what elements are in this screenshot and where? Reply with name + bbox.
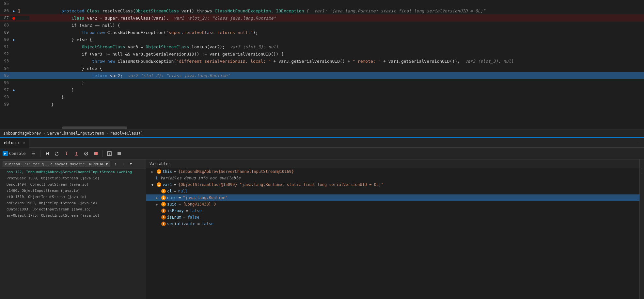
line-number-97: 97 <box>0 88 11 92</box>
breadcrumb-item-1[interactable]: InboundMsgAbbrev <box>3 131 41 136</box>
line-number-99: 99 <box>0 102 11 107</box>
svg-marker-7 <box>66 154 68 155</box>
frame-label-6: dData:1893, ObjectInputStream (java.io) <box>7 207 91 211</box>
var-item-serializable[interactable]: f serializable = false <box>146 221 639 227</box>
line-number-86: 86 <box>0 8 11 13</box>
line-gutter-89: 89 <box>0 30 29 35</box>
edge-dots: · · · <box>640 162 644 175</box>
var-item-name[interactable]: ▶ i name = "java.lang.Runtime" <box>146 194 639 201</box>
stack-frame-6[interactable]: dData:1893, ObjectInputStream (java.io) <box>0 206 146 212</box>
thread-controls: eThread: '1' for q...c.socket.Muxer"*: R… <box>0 159 146 169</box>
debug-tab-bar: eblogic ✕ — <box>0 138 644 148</box>
filter-btn[interactable] <box>128 161 134 167</box>
console-label-text: Console <box>9 151 26 156</box>
var-val-serializable: false <box>202 222 213 226</box>
line-gutter-86: 86 ◆ @ <box>0 8 29 13</box>
breadcrumb-item-3[interactable]: resolveClass() <box>110 131 143 136</box>
nav-down-btn[interactable]: ↓ <box>120 161 126 167</box>
gutter-icon-99 <box>11 102 16 107</box>
svg-rect-1 <box>48 152 49 155</box>
var-eq-isenum: = <box>183 215 185 220</box>
line-gutter-92: 92 <box>0 52 29 56</box>
frame-label-1: ProxyDesc:1589, ObjectInputStream (java.… <box>7 176 100 180</box>
thread-dropdown-arrow: ▼ <box>106 162 108 166</box>
bookmark-icon-97: ◆ <box>11 88 16 92</box>
toolbar-stepover-btn[interactable] <box>52 150 61 158</box>
debug-tab-eblogic[interactable]: eblogic ✕ <box>0 138 29 148</box>
var-item-suid[interactable]: ▶ i suid = {Long@15438} 0 <box>146 201 639 208</box>
line-number-95: 95 <box>0 73 11 78</box>
var-item-isproxy[interactable]: f isProxy = false <box>146 208 639 214</box>
var-item-this[interactable]: ▶ i this = {InboundMsgAbbrev$ServerChann… <box>146 168 639 175</box>
var-item-isenum[interactable]: f isEnum = false <box>146 214 639 221</box>
right-edge-panel: · · · <box>639 159 644 299</box>
run-icon: ▶ <box>3 151 8 156</box>
var-eq-isproxy: = <box>186 208 188 213</box>
toolbar-mute-btn[interactable] <box>82 150 91 158</box>
expand-var1[interactable]: ▼ <box>151 183 155 187</box>
nav-arrows: ↑ ↓ <box>112 161 134 167</box>
scrollbar-thumb[interactable] <box>62 126 127 129</box>
stack-frame-2[interactable]: Desc:1494, ObjectInputStream (java.io) <box>0 181 146 188</box>
horizontal-scrollbar[interactable] <box>29 126 644 129</box>
thread-label: eThread: '1' for q...c.socket.Muxer"*: R… <box>5 162 104 166</box>
toolbar-resume-btn[interactable] <box>42 150 52 158</box>
debug-tab-close[interactable]: ✕ <box>23 141 25 145</box>
toolbar-stop-btn[interactable] <box>91 150 101 158</box>
left-debug-panel: eThread: '1' for q...c.socket.Muxer"*: R… <box>0 159 146 299</box>
toolbar-stepinto-btn[interactable] <box>62 150 71 158</box>
toolbar-settings-btn[interactable] <box>115 150 124 158</box>
line-number-92: 92 <box>0 52 11 56</box>
var-icon-name: i <box>161 195 166 200</box>
debug-tab-label: eblogic <box>4 141 21 145</box>
stack-frame-3[interactable]: :1460, ObjectInputStream (java.io) <box>0 188 146 194</box>
nav-up-btn[interactable]: ↑ <box>112 161 118 167</box>
thread-dropdown[interactable]: eThread: '1' for q...c.socket.Muxer"*: R… <box>3 161 110 167</box>
toolbar-stepout-btn[interactable] <box>72 150 81 158</box>
var-eq-var1: = <box>174 182 176 187</box>
line-gutter-93: 93 <box>0 59 29 63</box>
gutter-icon-95 <box>11 73 16 78</box>
toolbar-restore-btn[interactable] <box>105 150 114 158</box>
stack-frame-4[interactable]: ct0:1310, ObjectInputStream (java.io) <box>0 194 146 200</box>
breadcrumb-item-2[interactable]: ServerChannelInputStream <box>47 131 104 136</box>
panel-minimize-btn[interactable]: — <box>636 138 643 148</box>
stack-frame-7[interactable]: aryObject:1775, ObjectInputStream (java.… <box>0 212 146 219</box>
stack-frame-0[interactable]: ass:122, InboundMsgAbbrev$ServerChannelI… <box>0 169 146 175</box>
var-eq-cl: = <box>174 189 176 193</box>
call-stack-list: ass:122, InboundMsgAbbrev$ServerChannelI… <box>0 169 146 299</box>
var-val-isproxy: false <box>190 208 202 213</box>
svg-line-13 <box>85 152 87 155</box>
expand-name[interactable]: ▶ <box>156 196 160 200</box>
line-number-94: 94 <box>0 66 11 71</box>
code-line-99: 99 } <box>0 101 644 108</box>
line-number-87: 87 <box>0 16 11 20</box>
var-item-cl[interactable]: i cl = null <box>146 188 639 194</box>
expand-this[interactable]: ▶ <box>151 170 155 174</box>
gutter-icon-96 <box>11 80 16 85</box>
breadcrumb-sep-2: › <box>106 131 108 136</box>
var-icon-isenum: f <box>161 215 166 220</box>
toolbar-lines-btn[interactable]: ☰ <box>29 150 38 158</box>
gutter-icon-88 <box>11 23 16 27</box>
line-number-98: 98 <box>0 95 11 99</box>
stack-frame-1[interactable]: ProxyDesc:1589, ObjectInputStream (java.… <box>0 175 146 181</box>
line-gutter-90: 90 ◆ <box>0 37 29 42</box>
console-label-container: ▶ Console <box>3 151 26 156</box>
var-name-isenum: isEnum <box>167 215 181 220</box>
stack-frame-5[interactable]: adFields:1969, ObjectInputStream (java.i… <box>0 200 146 206</box>
var-item-var1[interactable]: ▼ i var1 = {ObjectStreamClass@15099} "ja… <box>146 181 639 188</box>
var-name-name: name <box>167 195 177 200</box>
line-gutter-85: 85 <box>0 1 29 6</box>
line-content-99: } <box>29 97 644 112</box>
frame-label-5: adFields:1969, ObjectInputStream (java.i… <box>7 201 97 205</box>
svg-marker-21 <box>129 163 133 165</box>
svg-marker-0 <box>46 152 48 155</box>
gutter-icon-85 <box>11 1 16 6</box>
line-gutter-98: 98 <box>0 95 29 99</box>
line-gutter-97: 97 ◆ <box>0 88 29 92</box>
line-number-96: 96 <box>0 80 11 85</box>
expand-suid[interactable]: ▶ <box>156 203 160 206</box>
line-number-91: 91 <box>0 44 11 49</box>
var-name-isproxy: isProxy <box>167 208 184 213</box>
